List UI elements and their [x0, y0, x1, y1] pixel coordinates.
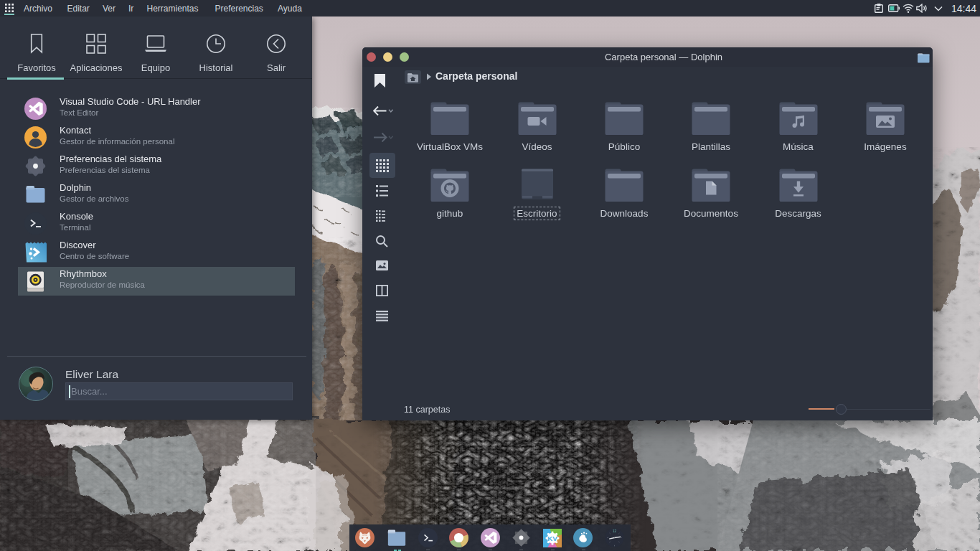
svg-text:KV: KV: [547, 534, 557, 542]
svg-text:12: 12: [612, 529, 616, 533]
